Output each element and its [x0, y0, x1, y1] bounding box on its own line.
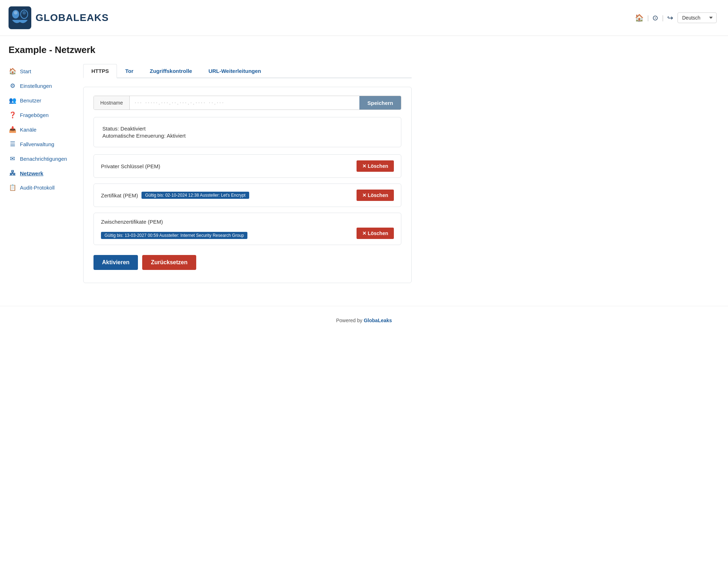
network-icon: 🖧 [9, 170, 16, 177]
page-title-bar: Example - Netzwerk [0, 36, 728, 55]
intermediate-cert-label: Zwischenzertifikate (PEM) [101, 219, 163, 225]
sidebar-item-label: Netzwerk [20, 170, 43, 176]
save-button[interactable]: Speichern [359, 96, 401, 110]
sidebar-item-benachrichtigungen[interactable]: ✉ Benachrichtigungen [9, 151, 69, 166]
logo-text: GLOBALEAKS [36, 12, 109, 23]
sidebar-item-fallverwaltung[interactable]: ☰ Fallverwaltung [9, 137, 69, 151]
certificate-label: Zertifikat (PEM) Gültig bis: 02-10-2024 … [101, 192, 249, 199]
settings-icon: ⚙ [9, 82, 16, 90]
https-card: Hostname Speichern Status: Deaktiviert A… [83, 87, 412, 283]
status-text: Status: Deaktiviert [102, 126, 392, 132]
delete-private-key-button[interactable]: ✕ Löschen [357, 160, 394, 172]
tab-tor[interactable]: Tor [117, 64, 141, 78]
sidebar-item-fragebögen[interactable]: ❓ Fragebögen [9, 108, 69, 122]
sidebar-item-label: Start [20, 68, 31, 74]
sidebar-item-label: Fragebögen [20, 112, 49, 118]
private-key-label: Privater Schlüssel (PEM) [101, 163, 160, 169]
sidebar-item-netzwerk[interactable]: 🖧 Netzwerk [9, 166, 69, 180]
sidebar-item-label: Benachrichtigungen [20, 156, 67, 162]
intermediate-cert-badge: Gültig bis: 13-03-2027 00:59 Aussteller:… [101, 232, 247, 239]
sidebar-item-benutzer[interactable]: 👥 Benutzer [9, 93, 69, 108]
svg-point-4 [22, 11, 26, 15]
footer: Powered by GlobaLeaks [0, 306, 728, 335]
footer-text: Powered by [336, 318, 364, 323]
reset-button[interactable]: Zurücksetzen [142, 255, 196, 270]
sep1: | [647, 14, 649, 22]
globaleaks-logo-icon [9, 6, 31, 29]
cases-icon: ☰ [9, 140, 16, 148]
sidebar-item-start[interactable]: 🏠 Start [9, 64, 69, 79]
intermediate-cert-row: Zwischenzertifikate (PEM) Gültig bis: 13… [93, 213, 401, 245]
header: GLOBALEAKS 🏠 | ⊙ | ↪ Deutsch English Fra… [0, 0, 728, 36]
notifications-icon: ✉ [9, 155, 16, 163]
user-icon[interactable]: ⊙ [652, 14, 658, 22]
sidebar-item-label: Audit-Protokoll [20, 185, 55, 191]
users-icon: 👥 [9, 97, 16, 104]
questionnaire-icon: ❓ [9, 111, 16, 119]
sep2: | [662, 14, 664, 22]
sidebar-item-audit-protokoll[interactable]: 📋 Audit-Protokoll [9, 180, 69, 195]
delete-intermediate-button[interactable]: ✕ Löschen [357, 228, 394, 239]
tab-url-weiterleitungen[interactable]: URL-Weiterleitungen [200, 64, 269, 78]
delete-certificate-button[interactable]: ✕ Löschen [357, 190, 394, 201]
main-content: HTTPS Tor Zugriffskontrolle URL-Weiterle… [75, 64, 423, 294]
tabs: HTTPS Tor Zugriffskontrolle URL-Weiterle… [83, 64, 412, 78]
home-icon[interactable]: 🏠 [635, 14, 644, 22]
sidebar-item-label: Kanäle [20, 127, 37, 133]
audit-icon: 📋 [9, 184, 16, 191]
sidebar-item-kanäle[interactable]: 📥 Kanäle [9, 122, 69, 137]
footer-link[interactable]: GlobaLeaks [364, 318, 392, 323]
sidebar-item-label: Benutzer [20, 97, 41, 103]
home-icon: 🏠 [9, 68, 16, 75]
private-key-row: Privater Schlüssel (PEM) ✕ Löschen [93, 154, 401, 178]
channels-icon: 📥 [9, 126, 16, 133]
status-info-card: Status: Deaktiviert Automatische Erneuer… [93, 117, 401, 147]
sidebar-item-label: Fallverwaltung [20, 141, 54, 147]
sidebar-item-einstellungen[interactable]: ⚙ Einstellungen [9, 79, 69, 93]
certificate-row: Zertifikat (PEM) Gültig bis: 02-10-2024 … [93, 184, 401, 207]
hostname-input[interactable] [130, 96, 360, 110]
hostname-row: Hostname Speichern [93, 96, 401, 110]
sidebar: 🏠 Start ⚙ Einstellungen 👥 Benutzer ❓ Fra… [0, 64, 75, 294]
page-title: Example - Netzwerk [9, 44, 717, 55]
tab-https[interactable]: HTTPS [83, 64, 117, 78]
header-icons: 🏠 | ⊙ | ↪ [635, 14, 673, 22]
action-buttons: Aktivieren Zurücksetzen [93, 251, 401, 274]
layout: 🏠 Start ⚙ Einstellungen 👥 Benutzer ❓ Fra… [0, 55, 728, 294]
tab-zugriffskontrolle[interactable]: Zugriffskontrolle [141, 64, 200, 78]
logo-area: GLOBALEAKS [9, 6, 109, 29]
logout-icon[interactable]: ↪ [667, 14, 673, 22]
language-select[interactable]: Deutsch English Français Español Italian… [678, 12, 717, 23]
renewal-text: Automatische Erneuerung: Aktiviert [102, 133, 392, 139]
hostname-label: Hostname [94, 96, 130, 110]
activate-button[interactable]: Aktivieren [93, 255, 138, 270]
certificate-badge: Gültig bis: 02-10-2024 12:38 Aussteller:… [141, 192, 249, 199]
svg-point-3 [14, 11, 17, 15]
svg-rect-0 [9, 6, 31, 29]
sidebar-item-label: Einstellungen [20, 83, 52, 89]
header-right: 🏠 | ⊙ | ↪ Deutsch English Français Españ… [635, 12, 717, 23]
